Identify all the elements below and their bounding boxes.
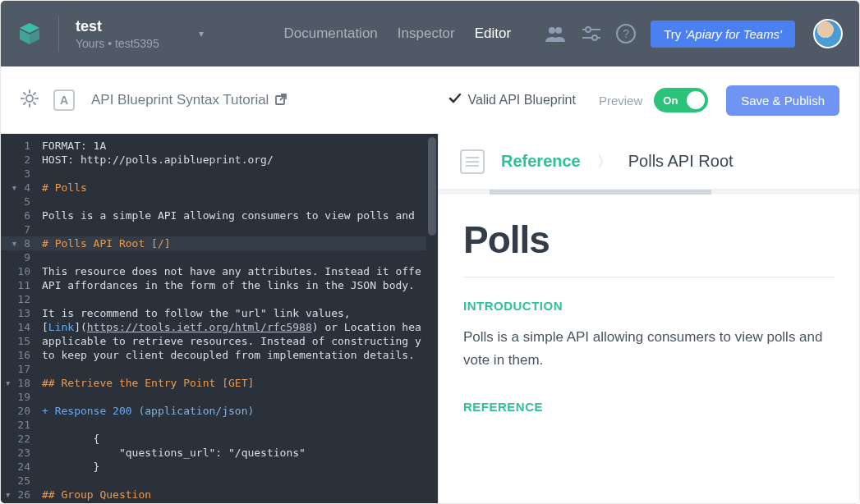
doc-content: Polls INTRODUCTION Polls is a simple API…: [439, 195, 859, 427]
svg-point-3: [549, 27, 555, 34]
preview-pane: Reference 〉 Polls API Root Polls INTRODU…: [438, 134, 859, 504]
preview-label: Preview: [599, 94, 642, 108]
settings-sliders-icon[interactable]: [580, 22, 603, 45]
format-badge[interactable]: A: [53, 89, 75, 111]
scrollbar-thumb[interactable]: [428, 137, 436, 236]
validation-label: Valid API Blueprint: [468, 93, 576, 108]
doc-title: Polls: [463, 218, 835, 262]
validation-status: Valid API Blueprint: [448, 93, 576, 108]
divider: [58, 16, 59, 52]
cta-em: 'Apiary for Teams': [684, 27, 782, 41]
breadcrumb: Reference 〉 Polls API Root: [439, 134, 859, 190]
crumb-current: Polls API Root: [628, 152, 734, 171]
svg-line-16: [24, 103, 25, 104]
line-gutter: 1 2 3▾ 4 5 6 7▾ 8 9 10 11 12 13 14 15 16…: [1, 134, 37, 504]
divider: [463, 277, 835, 277]
tutorial-label: API Blueprint Syntax Tutorial: [91, 92, 269, 108]
team-icon[interactable]: [544, 22, 567, 45]
svg-point-7: [586, 27, 591, 32]
top-nav: test Yours • test5395 ▾ Documentation In…: [1, 1, 859, 66]
tutorial-link[interactable]: API Blueprint Syntax Tutorial: [91, 92, 287, 108]
toc-icon[interactable]: [460, 149, 485, 174]
svg-line-17: [34, 93, 35, 94]
crumb-reference[interactable]: Reference: [501, 152, 581, 171]
avatar[interactable]: [813, 19, 843, 48]
intro-label: INTRODUCTION: [463, 299, 835, 313]
chevron-right-icon: 〉: [597, 152, 612, 172]
check-icon: [448, 93, 462, 108]
cta-prefix: Try: [664, 27, 684, 41]
project-subtitle: Yours • test5395: [76, 37, 159, 50]
reference-label: REFERENCE: [463, 400, 835, 414]
svg-point-9: [26, 95, 33, 102]
toggle-knob: [687, 91, 705, 109]
svg-line-15: [34, 103, 35, 104]
external-link-icon: [275, 94, 287, 108]
intro-text: Polls is a simple API allowing consumers…: [463, 326, 835, 372]
save-publish-button[interactable]: Save & Publish: [726, 85, 839, 116]
nav-documentation[interactable]: Documentation: [283, 25, 377, 42]
help-icon[interactable]: ?: [616, 24, 636, 44]
theme-icon[interactable]: [21, 89, 39, 111]
nav-inspector[interactable]: Inspector: [398, 25, 455, 42]
svg-line-14: [24, 93, 25, 94]
main-split: 1 2 3▾ 4 5 6 7▾ 8 9 10 11 12 13 14 15 16…: [1, 134, 859, 504]
nav-links: Documentation Inspector Editor: [283, 25, 511, 42]
project-name: test: [76, 18, 159, 35]
svg-point-8: [592, 35, 597, 40]
code-editor[interactable]: 1 2 3▾ 4 5 6 7▾ 8 9 10 11 12 13 14 15 16…: [1, 134, 438, 504]
try-teams-button[interactable]: Try 'Apiary for Teams': [651, 21, 795, 48]
editor-scrollbar[interactable]: [426, 134, 438, 504]
project-selector[interactable]: test Yours • test5395: [76, 18, 159, 50]
editor-toolbar: A API Blueprint Syntax Tutorial Valid AP…: [1, 66, 859, 134]
nav-editor[interactable]: Editor: [475, 25, 511, 42]
svg-point-4: [555, 27, 562, 34]
preview-toggle[interactable]: On: [654, 88, 708, 112]
logo-icon[interactable]: [16, 20, 44, 48]
chevron-down-icon[interactable]: ▾: [199, 28, 204, 39]
code-area[interactable]: FORMAT: 1AHOST: http://polls.apiblueprin…: [37, 134, 438, 504]
toggle-label: On: [663, 94, 678, 107]
